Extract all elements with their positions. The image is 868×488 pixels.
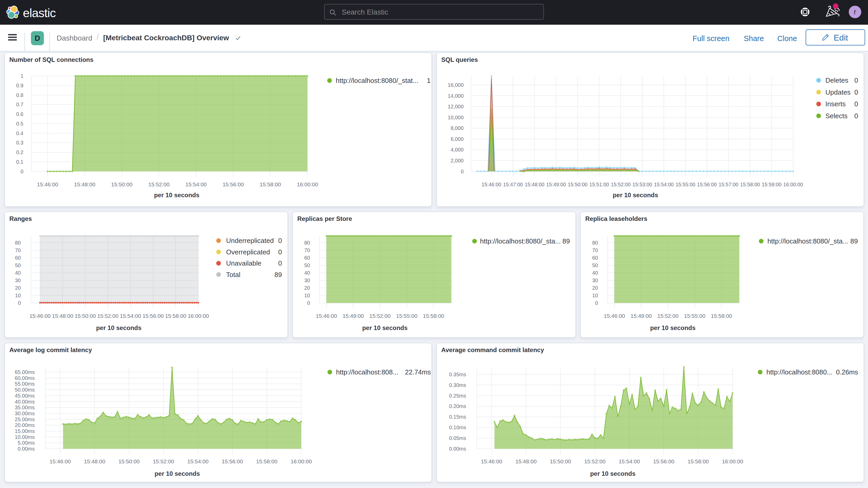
svg-text:0.30ms: 0.30ms — [449, 382, 466, 388]
svg-text:10,000: 10,000 — [448, 115, 464, 120]
svg-text:55.00ms: 55.00ms — [15, 381, 35, 387]
svg-text:15:46:00: 15:46:00 — [604, 313, 625, 319]
svg-text:16:00:00: 16:00:00 — [290, 458, 312, 464]
svg-text:per 10 seconds: per 10 seconds — [650, 324, 696, 331]
svg-text:15:58:00: 15:58:00 — [711, 313, 732, 319]
svg-text:Number of SQL connections: Number of SQL connections — [9, 56, 94, 63]
svg-text:15:58:00: 15:58:00 — [423, 313, 444, 319]
svg-text:40: 40 — [304, 270, 310, 276]
svg-text:15:54:00: 15:54:00 — [619, 458, 640, 464]
svg-text:10: 10 — [304, 293, 310, 298]
svg-text:0.8: 0.8 — [16, 92, 23, 98]
svg-text:Underreplicated: Underreplicated — [226, 237, 274, 245]
svg-text:15:58:00: 15:58:00 — [740, 182, 760, 187]
svg-text:Updates: Updates — [826, 88, 850, 96]
svg-text:http://localhost:8080/_stat...: http://localhost:8080/_stat... — [336, 77, 418, 85]
svg-text:Total: Total — [226, 271, 240, 279]
svg-text:Average command commit latency: Average command commit latency — [441, 346, 544, 354]
svg-text:15:46:00: 15:46:00 — [37, 181, 58, 187]
svg-text:1: 1 — [427, 77, 431, 85]
svg-text:15:49:00: 15:49:00 — [546, 182, 566, 187]
svg-text:40: 40 — [592, 270, 598, 276]
svg-text:15:59:00: 15:59:00 — [762, 182, 781, 187]
svg-text:15:53:00: 15:53:00 — [632, 182, 652, 187]
svg-text:50: 50 — [592, 263, 598, 268]
svg-text:0: 0 — [278, 237, 282, 245]
svg-text:http://localhost:8080/_sta...: http://localhost:8080/_sta... — [480, 237, 561, 245]
svg-text:10: 10 — [592, 293, 598, 298]
svg-text:0.4: 0.4 — [16, 130, 23, 136]
svg-text:15:52:00: 15:52:00 — [369, 313, 391, 319]
svg-text:15:46:00: 15:46:00 — [50, 458, 71, 464]
svg-text:10: 10 — [15, 293, 21, 298]
svg-text:15:55:00: 15:55:00 — [684, 313, 705, 319]
svg-text:89: 89 — [274, 271, 282, 279]
svg-text:0.35ms: 0.35ms — [449, 372, 466, 377]
svg-text:per 10 seconds: per 10 seconds — [613, 191, 658, 199]
svg-text:Inserts: Inserts — [826, 100, 846, 108]
svg-text:15:46:00: 15:46:00 — [29, 313, 51, 319]
svg-text:http://localhost:8080/_sta...: http://localhost:8080/_sta... — [768, 237, 848, 245]
svg-text:http://localhost:808...: http://localhost:808... — [336, 368, 398, 376]
svg-text:0.20ms: 0.20ms — [449, 403, 466, 409]
svg-text:0.00ms: 0.00ms — [449, 446, 466, 452]
svg-text:15:52:00: 15:52:00 — [657, 313, 679, 319]
svg-text:15:55:00: 15:55:00 — [396, 313, 417, 319]
svg-text:15:54:00: 15:54:00 — [187, 458, 209, 464]
svg-text:10.00ms: 10.00ms — [15, 434, 35, 440]
svg-text:15:56:00: 15:56:00 — [697, 182, 717, 187]
svg-text:0.5: 0.5 — [16, 121, 23, 126]
svg-text:16:00:00: 16:00:00 — [722, 458, 743, 464]
svg-text:15:50:00: 15:50:00 — [550, 458, 571, 464]
svg-text:0: 0 — [855, 77, 858, 84]
svg-text:15:46:00: 15:46:00 — [316, 313, 337, 319]
svg-text:15:58:00: 15:58:00 — [688, 458, 709, 464]
svg-text:14,000: 14,000 — [448, 93, 464, 99]
svg-text:15:56:00: 15:56:00 — [222, 181, 244, 187]
svg-text:Overreplicated: Overreplicated — [226, 248, 270, 256]
svg-text:70: 70 — [592, 247, 598, 253]
svg-text:50: 50 — [15, 263, 21, 268]
svg-text:15:46:00: 15:46:00 — [482, 182, 501, 187]
svg-text:45.00ms: 45.00ms — [15, 393, 35, 399]
svg-text:0: 0 — [855, 100, 858, 108]
svg-text:per 10 seconds: per 10 seconds — [155, 470, 200, 477]
svg-text:15:54:00: 15:54:00 — [186, 181, 207, 187]
svg-text:30: 30 — [15, 277, 21, 283]
svg-text:30: 30 — [592, 277, 598, 283]
svg-text:Average log commit latency: Average log commit latency — [9, 346, 92, 354]
svg-text:15:56:00: 15:56:00 — [222, 458, 243, 464]
svg-text:25.00ms: 25.00ms — [15, 417, 35, 422]
svg-text:0.15ms: 0.15ms — [449, 414, 466, 420]
svg-text:15:51:00: 15:51:00 — [589, 182, 609, 187]
svg-text:Ranges: Ranges — [9, 215, 32, 222]
svg-text:12,000: 12,000 — [448, 104, 464, 110]
svg-text:Replica leaseholders: Replica leaseholders — [585, 215, 647, 222]
svg-text:0: 0 — [21, 169, 23, 174]
svg-text:40.00ms: 40.00ms — [15, 399, 35, 404]
svg-text:15:55:00: 15:55:00 — [675, 182, 695, 187]
svg-text:SQL queries: SQL queries — [441, 56, 478, 63]
svg-text:15:56:00: 15:56:00 — [143, 313, 164, 319]
svg-text:0.3: 0.3 — [16, 140, 23, 146]
svg-text:80: 80 — [15, 240, 21, 246]
svg-text:15:58:00: 15:58:00 — [256, 458, 278, 464]
svg-text:22.74ms: 22.74ms — [405, 368, 431, 376]
svg-text:15:49:00: 15:49:00 — [630, 313, 652, 319]
svg-text:Deletes: Deletes — [826, 77, 848, 84]
svg-text:15:48:00: 15:48:00 — [515, 458, 537, 464]
svg-text:0.7: 0.7 — [16, 101, 23, 107]
svg-text:15:50:00: 15:50:00 — [74, 313, 96, 319]
svg-text:70: 70 — [15, 247, 21, 253]
svg-text:60: 60 — [15, 255, 21, 261]
svg-text:30: 30 — [304, 277, 310, 283]
svg-text:15:56:00: 15:56:00 — [653, 458, 674, 464]
svg-text:89: 89 — [850, 237, 858, 245]
svg-text:15:52:00: 15:52:00 — [584, 458, 606, 464]
svg-text:15:52:00: 15:52:00 — [611, 182, 631, 187]
svg-text:15:48:00: 15:48:00 — [84, 458, 105, 464]
svg-text:0: 0 — [855, 112, 858, 120]
svg-text:60: 60 — [304, 255, 310, 261]
svg-text:15:58:00: 15:58:00 — [259, 181, 281, 187]
svg-text:16,000: 16,000 — [448, 82, 464, 88]
